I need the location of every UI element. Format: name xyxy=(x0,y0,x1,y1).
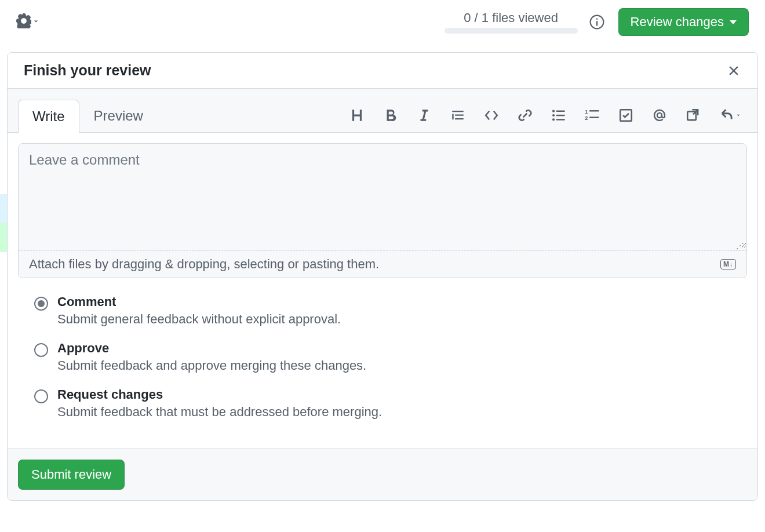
top-bar: 0 / 1 files viewed Review changes xyxy=(0,0,765,52)
tab-preview[interactable]: Preview xyxy=(79,99,158,132)
svg-text:1: 1 xyxy=(585,108,588,115)
diff-stripe xyxy=(0,194,7,223)
gear-icon xyxy=(16,13,31,31)
option-approve-label: Approve xyxy=(57,341,366,356)
editor-area: ⋰ Attach files by dragging & dropping, s… xyxy=(8,133,757,449)
mention-icon[interactable] xyxy=(652,108,667,123)
code-icon[interactable] xyxy=(484,108,499,123)
markdown-toolbar: 12 xyxy=(158,108,747,132)
cross-reference-icon[interactable] xyxy=(686,108,701,123)
svg-rect-11 xyxy=(589,116,599,118)
panel-footer: Submit review xyxy=(8,449,757,500)
option-approve[interactable]: Approve Submit feedback and approve merg… xyxy=(34,334,731,380)
submit-review-button[interactable]: Submit review xyxy=(18,460,125,490)
caret-down-icon xyxy=(32,17,39,27)
comment-box: ⋰ Attach files by dragging & dropping, s… xyxy=(18,143,747,278)
files-viewed-text: 0 / 1 files viewed xyxy=(464,10,558,25)
diff-stripe xyxy=(0,223,7,252)
heading-icon[interactable] xyxy=(349,108,365,123)
review-panel: Finish your review Write Preview 12 xyxy=(7,52,758,501)
panel-header: Finish your review xyxy=(8,53,757,89)
option-request-changes-desc: Submit feedback that must be addressed b… xyxy=(57,405,382,420)
bold-icon[interactable] xyxy=(383,108,398,123)
radio-comment[interactable] xyxy=(34,297,48,311)
svg-point-6 xyxy=(552,118,555,121)
svg-rect-9 xyxy=(589,110,599,111)
close-button[interactable] xyxy=(726,63,741,78)
svg-point-2 xyxy=(552,110,555,112)
option-comment[interactable]: Comment Submit general feedback without … xyxy=(34,287,731,334)
svg-rect-3 xyxy=(556,111,565,112)
svg-rect-7 xyxy=(556,119,565,120)
markdown-icon[interactable]: M↓ xyxy=(720,259,736,269)
svg-point-4 xyxy=(552,114,555,116)
task-list-icon[interactable] xyxy=(618,108,633,123)
comment-textarea[interactable] xyxy=(19,144,746,248)
link-icon[interactable] xyxy=(518,108,533,123)
svg-point-1 xyxy=(596,19,598,20)
attach-files-hint[interactable]: Attach files by dragging & dropping, sel… xyxy=(19,250,746,278)
radio-request-changes[interactable] xyxy=(34,389,48,403)
reply-icon[interactable] xyxy=(719,108,741,123)
numbered-list-icon[interactable]: 12 xyxy=(585,108,600,123)
bullet-list-icon[interactable] xyxy=(551,108,566,123)
italic-icon[interactable] xyxy=(417,108,432,123)
review-changes-label: Review changes xyxy=(631,14,724,30)
svg-text:2: 2 xyxy=(585,115,588,121)
diff-edge-decoration xyxy=(0,194,7,252)
svg-rect-5 xyxy=(556,115,565,116)
info-icon[interactable] xyxy=(589,14,604,30)
option-comment-label: Comment xyxy=(57,294,341,309)
tabs-toolbar: Write Preview 12 xyxy=(8,89,757,133)
diff-settings-dropdown[interactable] xyxy=(16,13,39,31)
review-type-options: Comment Submit general feedback without … xyxy=(18,278,747,438)
attach-hint-text: Attach files by dragging & dropping, sel… xyxy=(29,257,379,272)
svg-point-13 xyxy=(657,113,662,118)
option-approve-desc: Submit feedback and approve merging thes… xyxy=(57,358,366,373)
radio-approve[interactable] xyxy=(34,343,48,357)
files-viewed-indicator: 0 / 1 files viewed xyxy=(445,10,578,34)
files-viewed-progress xyxy=(445,28,578,34)
review-changes-button[interactable]: Review changes xyxy=(618,8,749,36)
option-request-changes[interactable]: Request changes Submit feedback that mus… xyxy=(34,380,731,427)
panel-title: Finish your review xyxy=(24,62,151,79)
tab-write[interactable]: Write xyxy=(18,100,79,133)
option-comment-desc: Submit general feedback without explicit… xyxy=(57,312,341,327)
option-request-changes-label: Request changes xyxy=(57,387,382,402)
quote-icon[interactable] xyxy=(450,108,465,123)
caret-down-icon xyxy=(730,20,737,24)
